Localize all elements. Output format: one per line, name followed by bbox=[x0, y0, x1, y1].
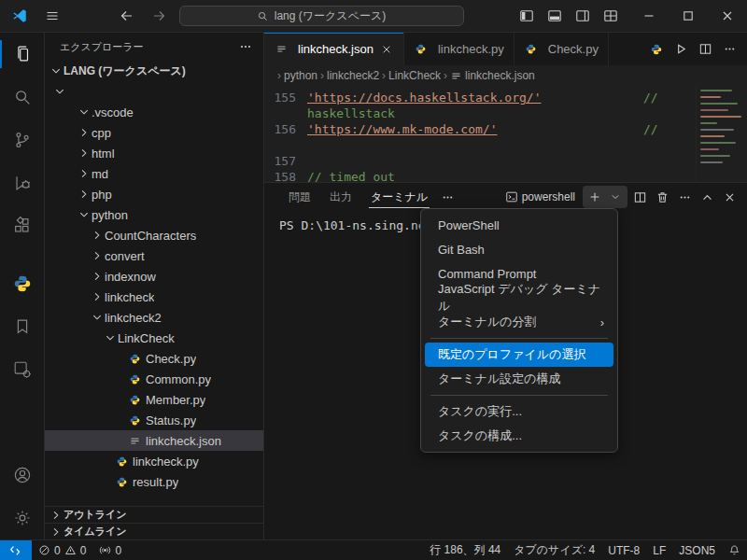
navigate-forward-icon[interactable] bbox=[148, 5, 170, 27]
sidebar-sections: アウトラインタイムライン bbox=[45, 506, 263, 539]
tree-item-linkcheck2[interactable]: linkcheck2 bbox=[45, 307, 263, 328]
menu-item-9[interactable]: タスクの実行... bbox=[425, 399, 613, 424]
code-editor[interactable]: 155'https://docs.haskellstack.org/' //ha… bbox=[264, 86, 747, 182]
menu-item-7[interactable]: ターミナル設定の構成 bbox=[425, 367, 613, 391]
menu-separator bbox=[430, 395, 608, 396]
tree-item-indexnow[interactable]: indexnow bbox=[45, 266, 263, 287]
editor-more-actions-icon[interactable] bbox=[719, 39, 740, 60]
python-file-icon bbox=[127, 413, 142, 427]
chevron-down-icon bbox=[52, 84, 67, 99]
menu-item-10[interactable]: タスクの構成... bbox=[425, 424, 613, 448]
tree-item-linkcheck[interactable]: LinkCheck bbox=[45, 328, 263, 348]
tree-item-php[interactable]: php bbox=[45, 184, 263, 204]
code-segment: // timed out bbox=[307, 170, 395, 182]
split-terminal-icon[interactable] bbox=[629, 187, 650, 207]
eol[interactable]: LF bbox=[646, 540, 672, 560]
split-editor-icon[interactable] bbox=[695, 39, 715, 60]
remote-indicator[interactable] bbox=[0, 540, 32, 560]
cursor-position[interactable]: 行 186、列 44 bbox=[423, 540, 507, 560]
tree-item-linkcheck.json[interactable]: linkcheck.json bbox=[45, 430, 263, 451]
close-window-button[interactable] bbox=[708, 0, 747, 33]
tree-item-check.py[interactable]: Check.py bbox=[45, 348, 263, 369]
terminal-shell-select[interactable]: powershell bbox=[500, 190, 581, 203]
toggle-secondary-sidebar-icon[interactable] bbox=[571, 5, 594, 27]
activity-run-debug[interactable] bbox=[0, 161, 45, 204]
indentation[interactable]: タブのサイズ: 4 bbox=[507, 540, 601, 560]
run-file-icon[interactable] bbox=[670, 39, 691, 60]
python-file-icon bbox=[414, 42, 429, 57]
sidebar-more-actions-icon[interactable] bbox=[235, 36, 256, 57]
tree-item-countcharacters[interactable]: CountCharacters bbox=[45, 225, 263, 245]
activity-code-gear[interactable] bbox=[0, 348, 45, 391]
activity-extensions[interactable] bbox=[0, 204, 45, 247]
close-panel-icon[interactable] bbox=[719, 187, 740, 207]
code-segment: 'https://docs.haskellstack.org/' bbox=[307, 91, 541, 105]
activity-account[interactable] bbox=[0, 454, 45, 497]
terminal-profile-menu: PowerShellGit BashCommand PromptJavaScri… bbox=[420, 208, 618, 453]
maximize-panel-icon[interactable] bbox=[697, 187, 717, 207]
ports-status[interactable]: 0 bbox=[92, 540, 128, 560]
menu-item-1[interactable]: Git Bash bbox=[425, 237, 613, 261]
tab-linkcheck.json[interactable]: linkcheck.json bbox=[264, 33, 404, 65]
toggle-sidebar-icon[interactable] bbox=[515, 5, 538, 27]
maximize-button[interactable] bbox=[669, 0, 708, 33]
breadcrumb-item-linkcheck[interactable]: LinkCheck bbox=[388, 69, 441, 82]
activity-search[interactable] bbox=[0, 76, 45, 119]
tree-item-label: linkcheck.py bbox=[133, 455, 199, 469]
menu-item-6[interactable]: 既定のプロファイルの選択 bbox=[425, 343, 613, 367]
tree-item-linkcheck[interactable]: linkcheck bbox=[45, 287, 263, 307]
breadcrumb-item-linkcheck.json[interactable]: linkcheck.json bbox=[450, 69, 535, 82]
activity-settings[interactable] bbox=[0, 497, 45, 539]
menu-icon[interactable] bbox=[41, 5, 63, 27]
new-terminal-button[interactable] bbox=[583, 186, 627, 208]
command-center-search[interactable]: lang (ワークスペース) bbox=[179, 6, 464, 26]
menu-item-3[interactable]: JavaScript デバッグ ターミナル bbox=[425, 286, 613, 310]
tree-item-common.py[interactable]: Common.py bbox=[45, 369, 263, 389]
title-bar-left bbox=[0, 5, 63, 27]
activity-source-control[interactable] bbox=[0, 119, 45, 161]
tab-linkcheck.py[interactable]: linkcheck.py bbox=[404, 33, 514, 65]
tab-check.py[interactable]: Check.py bbox=[514, 33, 609, 65]
sidebar-section-0[interactable]: アウトライン bbox=[45, 506, 263, 523]
notifications-bell-icon[interactable] bbox=[722, 540, 747, 560]
breadcrumb-item-python[interactable]: python bbox=[284, 69, 317, 82]
activity-explorer[interactable] bbox=[0, 33, 45, 76]
minimap[interactable] bbox=[696, 86, 747, 182]
tree-item-member.py[interactable]: Member.py bbox=[45, 389, 263, 410]
python-run-icon[interactable] bbox=[646, 39, 667, 60]
terminal-more-actions-icon[interactable] bbox=[674, 187, 695, 207]
tree-item-html[interactable]: html bbox=[45, 143, 263, 163]
panel-tab-0[interactable]: 問題 bbox=[279, 183, 320, 211]
tree-item-.vscode[interactable]: .vscode bbox=[45, 102, 263, 122]
tree-item-python[interactable]: python bbox=[45, 204, 263, 225]
kill-terminal-icon[interactable] bbox=[652, 187, 672, 207]
menu-item-label: ターミナル設定の構成 bbox=[438, 371, 561, 387]
tree-item-root[interactable] bbox=[45, 81, 263, 102]
tree-item-md[interactable]: md bbox=[45, 163, 263, 184]
menu-item-0[interactable]: PowerShell bbox=[425, 213, 613, 237]
toggle-panel-icon[interactable] bbox=[543, 5, 566, 27]
minimize-button[interactable] bbox=[629, 0, 669, 33]
editor-tab-bar: linkcheck.jsonlinkcheck.pyCheck.py bbox=[264, 33, 747, 65]
activity-bookmarks[interactable] bbox=[0, 305, 45, 348]
activity-python[interactable] bbox=[0, 262, 45, 305]
sidebar-section-1[interactable]: タイムライン bbox=[45, 523, 263, 539]
customize-layout-icon[interactable] bbox=[599, 5, 622, 27]
encoding[interactable]: UTF-8 bbox=[601, 540, 646, 560]
tree-item-convert[interactable]: convert bbox=[45, 245, 263, 266]
tree-item-lang-[interactable]: LANG (ワークスペース) bbox=[45, 61, 263, 81]
language-mode[interactable]: JSON5 bbox=[672, 540, 722, 560]
panel-tab-1[interactable]: 出力 bbox=[320, 183, 361, 211]
tree-item-result.py[interactable]: result.py bbox=[45, 471, 263, 492]
navigate-back-icon[interactable] bbox=[116, 5, 138, 27]
tree-item-linkcheck.py[interactable]: linkcheck.py bbox=[45, 451, 263, 471]
tree-item-cpp[interactable]: cpp bbox=[45, 122, 263, 143]
layout-controls bbox=[515, 5, 622, 27]
breadcrumb-item-linkcheck2[interactable]: linkcheck2 bbox=[327, 69, 379, 82]
close-tab-icon[interactable] bbox=[379, 42, 394, 57]
tree-item-label: CountCharacters bbox=[105, 229, 196, 243]
tree-item-status.py[interactable]: Status.py bbox=[45, 410, 263, 430]
panel-tab-2[interactable]: ターミナル bbox=[361, 183, 437, 211]
problems-status[interactable]: 0 0 bbox=[32, 540, 92, 560]
panel-more-tabs-icon[interactable] bbox=[437, 187, 458, 207]
